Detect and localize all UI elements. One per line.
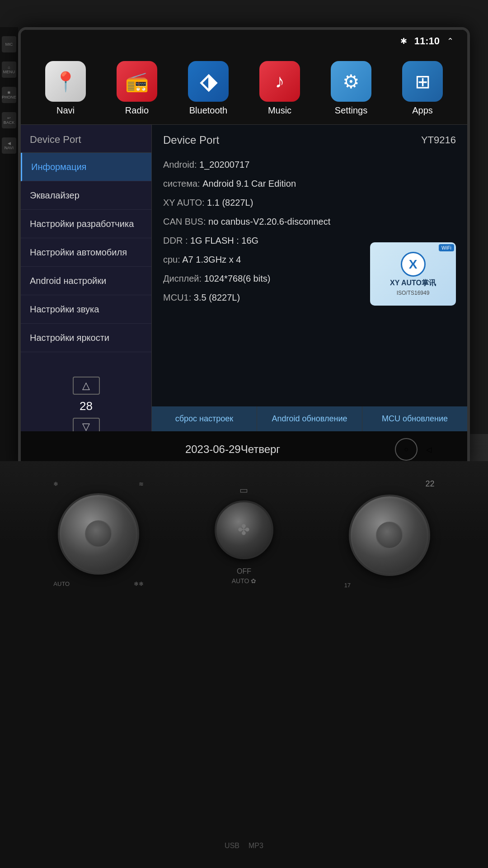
bottom-date: 2023-06-29Четверг — [70, 443, 395, 456]
app-bar: 📍 Navi 📻 Radio ⬗ Bluetooth ♪ Music ⚙ Set… — [21, 52, 467, 125]
rear-defrost-button[interactable]: ▭ — [239, 485, 248, 495]
right-knob-center — [376, 522, 403, 549]
music-label: Music — [268, 105, 291, 116]
info-canbus: CAN BUS: no canbus-V2.20.6-disconnect — [163, 212, 456, 231]
reset-button[interactable]: сброс настроек — [152, 406, 257, 431]
fan-icon: ✤ — [238, 521, 250, 538]
temp-display-17: 17 — [344, 582, 351, 589]
auto-label-left: AUTO — [53, 580, 70, 587]
sidebar-title: Device Port — [21, 125, 151, 153]
settings-icon: ⚙ — [331, 61, 371, 102]
app-music[interactable]: ♪ Music — [259, 61, 300, 116]
left-knob-assembly: ❄ ≋ AUTO ❄❄ — [53, 481, 144, 587]
yt-model: YT9216 — [421, 134, 456, 146]
apps-icon: ⊞ — [402, 61, 443, 102]
back-button[interactable]: ↩BACK — [2, 112, 16, 128]
left-knob[interactable] — [58, 493, 139, 575]
home-button[interactable]: ○ — [395, 438, 418, 461]
center-fan-button[interactable]: ✤ — [215, 500, 273, 559]
brightness-value: 28 — [80, 399, 93, 413]
mp3-label: MP3 — [249, 842, 263, 850]
mcu-update-button[interactable]: MCU обновление — [362, 406, 467, 431]
home-icon: ○ — [404, 445, 408, 453]
radio-label: Radio — [125, 105, 149, 116]
brightness-up-button[interactable]: △ — [73, 377, 100, 395]
car-controls-area: ❄ ≋ AUTO ❄❄ ▭ ✤ OFF AUTO ✿ — [0, 461, 488, 868]
app-navi[interactable]: 📍 Navi — [45, 61, 86, 116]
off-label: OFF — [237, 567, 251, 576]
xy-logo: X — [401, 252, 426, 277]
auto-label-center: AUTO ✿ — [232, 577, 257, 585]
xy-brand-text: XY AUTO掌讯 — [390, 278, 436, 288]
left-icon-1: ❄ — [53, 481, 58, 487]
app-settings[interactable]: ⚙ Settings — [331, 61, 371, 116]
bluetooth-status-icon: ✱ — [400, 36, 407, 46]
temp-display-22: 22 — [426, 479, 435, 488]
navi-physical-button[interactable]: ◀NAVI — [2, 137, 16, 154]
app-bluetooth[interactable]: ⬗ Bluetooth — [188, 61, 229, 116]
navi-icon: 📍 — [45, 61, 86, 102]
sidebar-item-equalizer[interactable]: Эквалайзер — [21, 181, 151, 210]
defrost-icon: ❄❄ — [134, 580, 144, 587]
sidebar-item-android-settings[interactable]: Android настройки — [21, 267, 151, 295]
sidebar-item-brightness-settings[interactable]: Настройки яркости — [21, 324, 151, 352]
info-xy-auto: XY AUTO: 1.1 (8227L) — [163, 193, 456, 212]
status-bar: ✱ 11:10 ⌃ — [21, 30, 467, 52]
center-assembly: ▭ ✤ OFF AUTO ✿ — [215, 483, 273, 585]
bluetooth-label: Bluetooth — [189, 105, 228, 116]
music-icon: ♪ — [259, 61, 300, 102]
sidebar-item-sound-settings[interactable]: Настройки звука — [21, 295, 151, 324]
xy-logo-char: X — [409, 257, 418, 272]
phone-button[interactable]: ✱PHONE — [2, 87, 16, 103]
xy-auto-card: WiFi X XY AUTO掌讯 ISO/TS16949 — [370, 242, 456, 306]
left-icon-2: ≋ — [139, 481, 144, 487]
back-icon: ◁ — [426, 445, 432, 454]
clock: 11:10 — [414, 35, 440, 47]
app-radio[interactable]: 📻 Radio — [117, 61, 157, 116]
sidebar-item-car-settings[interactable]: Настройки автомобиля — [21, 238, 151, 267]
usb-label: USB — [225, 842, 239, 850]
mic-button[interactable]: MIC — [2, 36, 16, 52]
knob-row: ❄ ≋ AUTO ❄❄ ▭ ✤ OFF AUTO ✿ — [0, 479, 488, 589]
settings-label: Settings — [335, 105, 367, 116]
back-nav-button[interactable]: ◁ — [418, 438, 440, 461]
chevron-up-icon: ⌃ — [447, 36, 454, 46]
sidebar: Device Port Информация Эквалайзер Настро… — [21, 125, 152, 445]
left-knob-center — [85, 520, 112, 547]
radio-icon: 📻 — [117, 61, 157, 102]
wifi-badge: WiFi — [439, 244, 454, 251]
app-apps[interactable]: ⊞ Apps — [402, 61, 443, 116]
screen-bezel: ✱ 11:10 ⌃ 📍 Navi 📻 Radio ⬗ Bluetooth ♪ M… — [18, 27, 470, 470]
menu-button[interactable]: ⌂MENU — [2, 61, 16, 78]
bluetooth-app-icon: ⬗ — [188, 61, 229, 102]
sidebar-item-dev-settings[interactable]: Настройки разработчика — [21, 210, 151, 238]
info-system: система: Android 9.1 Car Edition — [163, 175, 456, 193]
content-panel: Device Port YT9216 Android: 1_20200717 с… — [152, 125, 467, 445]
android-update-button[interactable]: Android обновление — [257, 406, 362, 431]
device-port-row: Device Port YT9216 — [163, 134, 456, 146]
navi-label: Navi — [56, 105, 75, 116]
info-android: Android: 1_20200717 — [163, 156, 456, 174]
right-knob[interactable] — [349, 495, 430, 576]
usb-mp3-bar: USB MP3 — [225, 842, 263, 850]
action-buttons: сброс настроек Android обновление MCU об… — [152, 406, 467, 431]
main-area: Device Port Информация Эквалайзер Настро… — [21, 125, 467, 445]
physical-controls: MIC ⌂MENU ✱PHONE ↩BACK ◀NAVI — [0, 27, 18, 470]
xy-sub-text: ISO/TS16949 — [397, 290, 430, 296]
sidebar-item-info[interactable]: Информация — [21, 153, 151, 181]
apps-label: Apps — [412, 105, 433, 116]
right-knob-assembly: 22 17 — [344, 479, 435, 589]
device-port-title: Device Port — [163, 134, 219, 146]
